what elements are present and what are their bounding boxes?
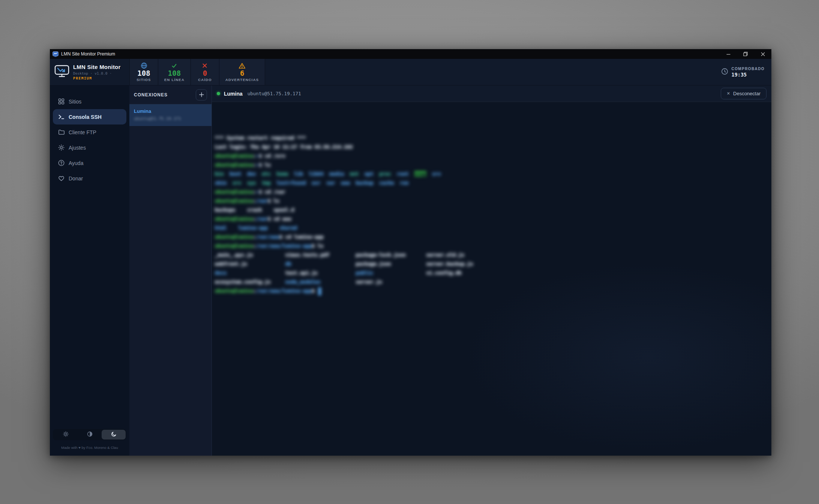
app-subtitle: Desktop · v1.0.0 · (73, 71, 121, 75)
stat-advertencias: 6ADVERTENCIAS (219, 59, 265, 85)
app-name: LMN Site Monitor (73, 64, 121, 70)
terminal-output: *** System restart required ***Last logi… (215, 134, 768, 296)
connections-header: CONEXIONES (129, 86, 212, 104)
monitor-logo-icon (54, 65, 69, 79)
terminal-line: ubuntu@lumina:~$ cd /var (215, 188, 768, 196)
stat-value-en-linea: 108 (168, 69, 181, 77)
disconnect-button[interactable]: ✕ Desconectar (721, 88, 766, 99)
terminal-line: ubuntu@lumina:/var$ cd www (215, 214, 768, 224)
sidebar-item-label: Ayuda (69, 160, 83, 166)
terminal-line: _main_.pyc.js views.tests.pdf package-lo… (215, 250, 768, 260)
sidebar-item-consola-ssh[interactable]: Consola SSH (53, 109, 126, 124)
checked-time: 19:35 (732, 72, 765, 78)
online-status-dot (217, 92, 220, 95)
stat-label-en-linea: EN LÍNEA (164, 78, 184, 82)
sidebar-item-label: Sitios (69, 99, 81, 105)
theme-button-dark[interactable] (102, 430, 126, 440)
stat-label-sitios: SITIOS (136, 78, 151, 82)
connection-name: Lumina (134, 108, 207, 114)
terminal-line: bin boot dev etc home lib lib64 media mn… (215, 170, 768, 178)
terminal-line: Last login: Thu Apr 10 11:17 from 83.56.… (215, 142, 768, 152)
stat-caido: 0CAÍDO (191, 59, 219, 85)
terminal-line: *** System restart required *** (215, 134, 768, 142)
terminal-line: ubuntu@lumina:~$ ls (215, 160, 768, 170)
globe-icon (141, 62, 147, 69)
warning-icon (238, 62, 246, 69)
sidebar-item-label: Donar (69, 176, 83, 182)
sidebar-item-cliente-ftp[interactable]: Cliente FTP (53, 124, 126, 140)
stat-label-caido: CAÍDO (198, 78, 212, 82)
moon-icon (111, 431, 117, 438)
sidebar-item-ajustes[interactable]: Ajustes (53, 140, 126, 155)
sidebar: SitiosConsola SSHCliente FTPAjustesAyuda… (50, 86, 129, 456)
restore-button[interactable] (737, 49, 754, 59)
connections-list: Luminaubuntu@51.75.19.171 (129, 104, 212, 126)
terminal-line: webfront.js db package.json server.backu… (215, 260, 768, 268)
stat-label-advertencias: ADVERTENCIAS (225, 78, 259, 82)
sun-icon (63, 431, 69, 438)
terminal-cursor (318, 287, 321, 296)
stat-value-sitios: 108 (137, 69, 150, 77)
connection-host: ubuntu@51.75.19.171 (134, 116, 207, 121)
sidebar-item-sitios[interactable]: Sitios (53, 94, 126, 109)
sidebar-spacer (53, 186, 126, 429)
sidebar-item-label: Ajustes (69, 145, 86, 151)
theme-button-light[interactable] (54, 430, 78, 440)
terminal-line: docs test.api.js public vi.config.db (215, 268, 768, 278)
sidebar-nav: SitiosConsola SSHCliente FTPAjustesAyuda… (53, 94, 126, 186)
last-checked: COMPROBADO 19:35 (721, 59, 771, 85)
theme-button-auto[interactable] (78, 430, 102, 440)
terminal-line: ubuntu@lumina:~$ cd /srv (215, 152, 768, 160)
console-connection-host: ubuntu@51.75.19.171 (248, 91, 301, 96)
sidebar-item-donar[interactable]: Donar (53, 171, 126, 186)
app-icon (52, 51, 58, 57)
terminal-area[interactable]: *** System restart required ***Last logi… (212, 102, 771, 456)
disconnect-label: Desconectar (733, 91, 760, 96)
close-button[interactable] (754, 49, 771, 59)
stat-sitios: 108SITIOS (130, 59, 158, 85)
console-header: Lumina ubuntu@51.75.19.171 ✕ Desconectar (212, 86, 771, 102)
terminal-line: sbin srv sys tmp lost+found usr var www … (215, 178, 768, 188)
terminal-line: ubuntu@lumina:/var/www/lumina-app$ (215, 286, 768, 296)
sidebar-item-label: Consola SSH (69, 114, 102, 120)
terminal-line: ubuntu@lumina:/var/www/lumina-app$ ls (215, 242, 768, 250)
check-icon (171, 62, 177, 69)
sidebar-item-label: Cliente FTP (69, 129, 96, 135)
stats-bar: 108SITIOS108EN LÍNEA0CAÍDO6ADVERTENCIAS (129, 59, 265, 85)
connections-title: CONEXIONES (134, 92, 168, 98)
connection-item-lumina[interactable]: Luminaubuntu@51.75.19.171 (129, 104, 212, 126)
disconnect-x-icon: ✕ (727, 91, 730, 96)
stat-en-linea: 108EN LÍNEA (158, 59, 191, 85)
gear-icon (58, 144, 64, 151)
x-icon (202, 62, 207, 69)
terminal-line: ubuntu@lumina:/var/www$ cd lumina-app (215, 232, 768, 242)
titlebar: LMN Site Monitor Premium (50, 49, 771, 59)
sidebar-footer: Made with ♥ by Fco. Moreno & Clau (53, 446, 126, 450)
folder-icon (58, 129, 64, 135)
ssh-console: Lumina ubuntu@51.75.19.171 ✕ Desconectar… (212, 86, 771, 456)
connections-panel: CONEXIONES Luminaubuntu@51.75.19.171 (129, 86, 212, 456)
stat-value-advertencias: 6 (240, 69, 244, 77)
minimize-button[interactable] (720, 49, 737, 59)
app-window: LMN Site Monitor Premium (50, 49, 771, 456)
grid-icon (58, 98, 64, 105)
help-icon (58, 160, 64, 166)
terminal-line: html lumina-app shared (215, 224, 768, 232)
checked-label: COMPROBADO (732, 67, 765, 71)
terminal-line: ubuntu@lumina:/var$ ls (215, 196, 768, 206)
terminal-line: backups crash spool.d (215, 206, 768, 214)
console-connection-name: Lumina (224, 91, 243, 97)
window-title: LMN Site Monitor Premium (61, 51, 115, 57)
add-connection-button[interactable] (196, 89, 207, 100)
header: LMN Site Monitor Desktop · v1.0.0 · PREM… (50, 59, 771, 86)
contrast-icon (87, 431, 93, 438)
logo-area: LMN Site Monitor Desktop · v1.0.0 · PREM… (50, 59, 129, 85)
clock-icon (721, 68, 728, 76)
stat-value-caido: 0 (203, 69, 207, 77)
theme-toggle (53, 429, 126, 440)
premium-badge: PREMIUM (73, 76, 121, 80)
heart-icon (58, 175, 64, 182)
terminal-line: ecosystem.config.js node_modules server.… (215, 278, 768, 286)
sidebar-item-ayuda[interactable]: Ayuda (53, 155, 126, 171)
terminal-icon (58, 114, 64, 120)
